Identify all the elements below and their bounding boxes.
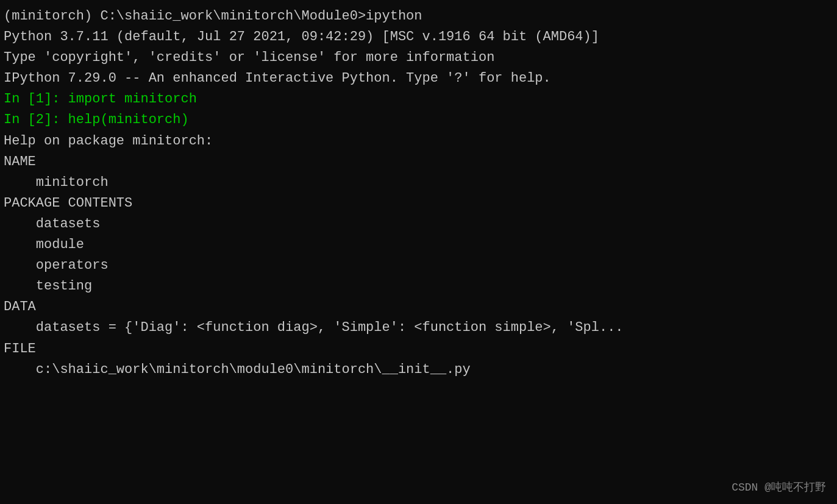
terminal-line-line2: Python 3.7.11 (default, Jul 27 2021, 09:… xyxy=(4,27,833,48)
terminal-output: (minitorch) C:\shaiic_work\minitorch\Mod… xyxy=(4,6,833,380)
terminal-line-line3: Type 'copyright', 'credits' or 'license'… xyxy=(4,48,833,68)
terminal-line-line12: minitorch xyxy=(4,172,833,193)
terminal-line-line1: (minitorch) C:\shaiic_work\minitorch\Mod… xyxy=(4,6,833,27)
terminal-line-line4: IPython 7.29.0 -- An enhanced Interactiv… xyxy=(4,68,833,89)
terminal-window: (minitorch) C:\shaiic_work\minitorch\Mod… xyxy=(0,0,837,504)
terminal-line-line11: NAME xyxy=(4,152,833,172)
terminal-line-line15: datasets xyxy=(4,214,833,235)
terminal-line-line20: DATA xyxy=(4,297,833,318)
watermark: CSDN @吨吨不打野 xyxy=(732,480,826,497)
terminal-line-line6: In [1]: import minitorch xyxy=(4,89,833,110)
terminal-line-line23: FILE xyxy=(4,339,833,360)
terminal-line-line14: PACKAGE CONTENTS xyxy=(4,193,833,214)
terminal-line-line16: module xyxy=(4,235,833,255)
terminal-line-line21: datasets = {'Diag': <function diag>, 'Si… xyxy=(4,318,833,338)
terminal-line-line24: c:\shaiic_work\minitorch\module0\minitor… xyxy=(4,360,833,380)
terminal-line-line18: testing xyxy=(4,276,833,297)
terminal-line-line8: In [2]: help(minitorch) xyxy=(4,110,833,130)
terminal-line-line17: operators xyxy=(4,255,833,276)
terminal-line-line9: Help on package minitorch: xyxy=(4,131,833,152)
